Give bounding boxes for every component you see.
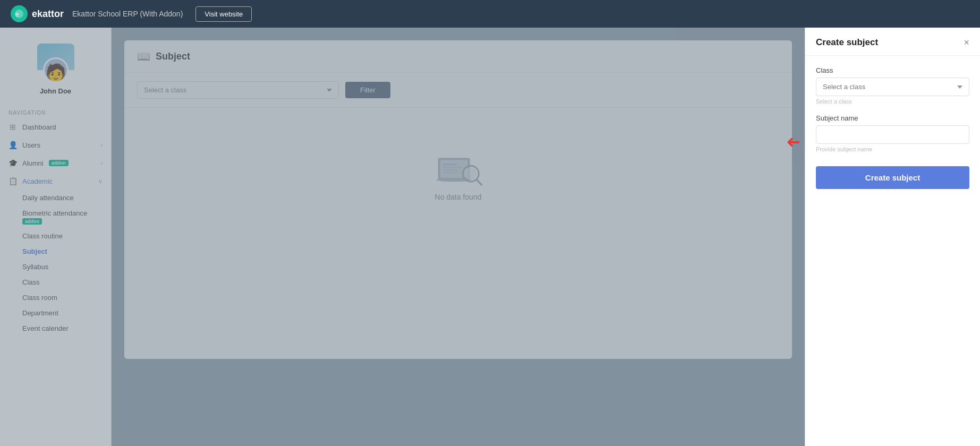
class-field-group: Class Select a class Select a class xyxy=(816,66,969,105)
arrow-indicator: ➜ xyxy=(786,132,800,152)
visit-website-button[interactable]: Visit website xyxy=(195,6,252,22)
side-panel: Create subject × Class Select a class Se… xyxy=(805,28,980,446)
overlay xyxy=(0,28,805,446)
subject-name-field-label: Subject name xyxy=(816,114,969,122)
logo-icon: e xyxy=(11,5,28,22)
topbar: e ekattor Ekattor School ERP (With Addon… xyxy=(0,0,980,28)
logo-area: e ekattor Ekattor School ERP (With Addon… xyxy=(11,5,183,22)
logo-text: ekattor xyxy=(32,8,64,20)
class-select[interactable]: Select a class xyxy=(816,78,969,96)
close-button[interactable]: × xyxy=(964,38,969,47)
class-field-label: Class xyxy=(816,66,969,74)
subject-name-input[interactable] xyxy=(816,125,969,144)
panel-title: Create subject xyxy=(816,37,878,48)
svg-text:e: e xyxy=(15,11,19,18)
app-name: Ekattor School ERP (With Addon) xyxy=(72,10,183,18)
panel-body: Class Select a class Select a class Subj… xyxy=(805,56,980,446)
subject-name-field-group: Subject name Provide subject name xyxy=(816,114,969,152)
subject-name-hint: Provide subject name xyxy=(816,146,969,152)
panel-header: Create subject × xyxy=(805,28,980,56)
class-field-hint: Select a class xyxy=(816,98,969,105)
create-subject-button[interactable]: Create subject xyxy=(816,166,969,189)
